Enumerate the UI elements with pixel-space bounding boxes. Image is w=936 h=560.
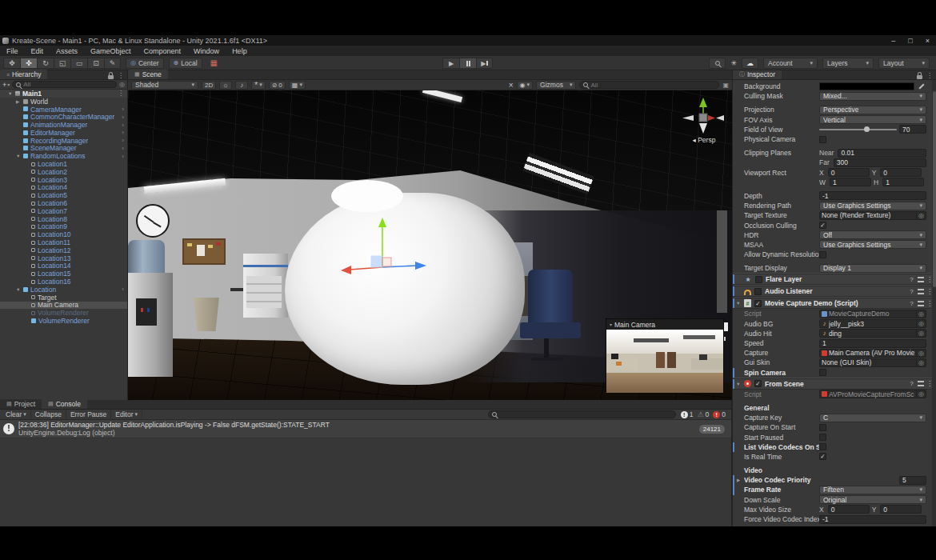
console-button-editor[interactable]: Editor ▾: [111, 410, 142, 420]
component-header-audio-listener[interactable]: Audio Listener?⋮: [733, 286, 936, 297]
error-count[interactable]: !0: [713, 410, 726, 418]
dropdown-target-display[interactable]: Display 1▾: [819, 264, 926, 273]
field-force-video-codec-index[interactable]: -1: [819, 515, 926, 524]
component-enabled-checkbox[interactable]: ✓: [754, 300, 762, 307]
hierarchy-item-cameramanager[interactable]: CameraManager›: [0, 106, 127, 114]
help-icon[interactable]: ?: [908, 288, 915, 295]
hierarchy-item-world[interactable]: ▶World: [0, 98, 127, 106]
menu-file[interactable]: File: [0, 47, 25, 55]
toggle-2d-button[interactable]: 2D: [202, 81, 216, 90]
prefab-arrow-icon[interactable]: ›: [122, 122, 127, 129]
dropdown-hdr[interactable]: Off▾: [819, 230, 926, 239]
object-picker-icon[interactable]: ◎: [916, 330, 924, 337]
object-field-capture[interactable]: Main Camera (AV Pro Movie Captur◎: [819, 349, 926, 358]
kebab-menu-icon[interactable]: ⋮: [926, 72, 933, 79]
foldout-icon[interactable]: ▶: [737, 478, 744, 482]
dropdown-msaa[interactable]: Use Graphics Settings▾: [819, 240, 926, 249]
object-picker-icon[interactable]: ◎: [916, 320, 924, 327]
field-f-h[interactable]: 1: [882, 178, 924, 186]
object-field-audio-hit[interactable]: ding◎: [819, 329, 926, 338]
foldout-icon[interactable]: ▼: [736, 382, 742, 386]
pivot-center-button[interactable]: ◎Center: [126, 58, 164, 69]
dropdown-culling-mask[interactable]: Mixed...▾: [819, 92, 926, 101]
layout-dropdown[interactable]: Layout▾: [878, 58, 930, 69]
camera-settings-dropdown[interactable]: ◉▾: [517, 81, 534, 90]
prefab-arrow-icon[interactable]: ›: [122, 137, 127, 144]
hierarchy-item-volumerenderer[interactable]: VolumeRenderer: [0, 317, 127, 325]
object-field-script[interactable]: MovieCaptureDemo◎: [819, 310, 926, 318]
scene-visibility-button[interactable]: ⊘0: [269, 81, 286, 90]
menu-component[interactable]: Component: [138, 47, 188, 55]
prefab-arrow-icon[interactable]: ›: [122, 129, 127, 136]
slider-knob[interactable]: [864, 126, 870, 132]
field-f-w[interactable]: 1: [830, 178, 871, 186]
transform-tool[interactable]: ⊡: [87, 58, 104, 69]
dropdown-rendering-path[interactable]: Use Graphics Settings▾: [819, 202, 926, 210]
menu-window[interactable]: Window: [187, 47, 226, 55]
menu-assets[interactable]: Assets: [50, 47, 84, 55]
inspector-scrollbar[interactable]: [932, 80, 936, 526]
hierarchy-item-location1[interactable]: Location1: [0, 160, 127, 168]
hierarchy-item-location10[interactable]: Location10: [0, 230, 127, 238]
component-header-movie-capture-demo-script[interactable]: ▼✓Movie Capture Demo (Script)?⋮: [733, 298, 936, 309]
scrollbar-thumb[interactable]: [933, 91, 936, 287]
console-log-entry[interactable]: ! [22:08:36] EditorManager::Update Edito…: [0, 420, 731, 438]
component-tools-icon[interactable]: ×: [509, 81, 514, 90]
draw-mode-dropdown[interactable]: Shaded▾: [131, 81, 198, 90]
hierarchy-item-location14[interactable]: Location14: [0, 262, 127, 270]
info-count[interactable]: !1: [681, 410, 694, 418]
console-search-input[interactable]: [488, 410, 676, 418]
tab-scene[interactable]: ▦Scene: [128, 70, 168, 79]
add-gameobject-button[interactable]: +▾: [2, 81, 10, 89]
perspective-label[interactable]: ◂ Persp: [683, 136, 725, 144]
object-picker-icon[interactable]: ◎: [916, 359, 924, 366]
checkbox-physical-camera[interactable]: [819, 136, 826, 143]
move-gizmo[interactable]: [340, 217, 430, 281]
lock-icon[interactable]: [917, 75, 922, 79]
scene-search-input[interactable]: All: [579, 81, 719, 89]
help-icon[interactable]: ?: [908, 276, 915, 283]
hierarchy-item-main-camera[interactable]: Main Camera: [0, 302, 127, 310]
minimize-button[interactable]: –: [891, 37, 895, 45]
hierarchy-item-location16[interactable]: Location16: [0, 278, 127, 286]
object-field-target-texture[interactable]: None (Render Texture)◎: [819, 211, 926, 220]
unity-services-icon[interactable]: ✳: [730, 59, 737, 67]
local-global-button[interactable]: ⊕Local: [169, 58, 202, 69]
console-button-collapse[interactable]: Collapse: [31, 410, 66, 420]
hierarchy-item-target[interactable]: Target: [0, 294, 127, 302]
tab-console[interactable]: ▤Console: [42, 399, 87, 409]
account-dropdown[interactable]: Account▾: [763, 58, 818, 69]
dropdown-capture-key[interactable]: C▾: [819, 414, 926, 422]
console-button-clear[interactable]: Clear ▾: [2, 410, 31, 420]
hierarchy-item-location3[interactable]: Location3: [0, 176, 127, 184]
prefab-arrow-icon[interactable]: ›: [122, 145, 127, 152]
prefab-arrow-icon[interactable]: ›: [122, 286, 127, 293]
filter-icon[interactable]: ◎: [119, 81, 125, 88]
component-enabled-checkbox[interactable]: [754, 288, 762, 295]
preset-icon[interactable]: [918, 301, 924, 306]
effects-dropdown[interactable]: *▾: [251, 81, 265, 90]
play-button[interactable]: ▶: [442, 58, 459, 69]
dropdown-frame-rate[interactable]: Fifteen▾: [819, 486, 926, 494]
checkbox-capture-on-start[interactable]: [819, 424, 826, 431]
close-button[interactable]: ×: [926, 37, 930, 45]
field-clipping-planes[interactable]: 0.01: [838, 149, 926, 158]
eyedropper-icon[interactable]: [917, 82, 926, 90]
dropdown-projection[interactable]: Perspective▾: [819, 106, 926, 114]
lock-icon[interactable]: [108, 75, 114, 79]
object-picker-icon[interactable]: ◎: [916, 212, 924, 219]
checkbox-allow-dynamic-resolution[interactable]: [819, 251, 826, 258]
tab-inspector[interactable]: ⓘInspector: [733, 70, 782, 79]
prefab-arrow-icon[interactable]: ›: [122, 114, 127, 121]
custom-tool[interactable]: ✎: [104, 58, 121, 69]
object-picker-icon[interactable]: ◎: [916, 390, 924, 398]
prefab-arrow-icon[interactable]: ›: [122, 106, 127, 113]
checkbox-spin-camera[interactable]: [819, 369, 826, 376]
grid-settings-dropdown[interactable]: ▦▾: [289, 81, 306, 90]
object-field-script[interactable]: AVProMovieCaptureFromScene◎: [819, 390, 926, 398]
orientation-gizmo[interactable]: [682, 96, 724, 136]
hierarchy-item-location13[interactable]: Location13: [0, 254, 127, 262]
object-picker-icon[interactable]: ◎: [916, 350, 924, 357]
rotate-tool[interactable]: ↻: [37, 58, 54, 69]
hierarchy-item-location7[interactable]: Location7: [0, 207, 127, 215]
